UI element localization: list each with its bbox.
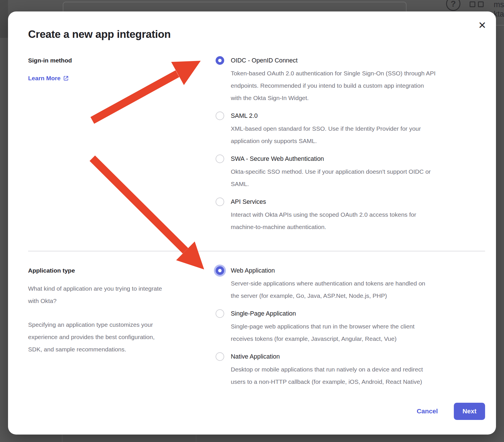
next-button[interactable]: Next	[454, 403, 485, 420]
apptype-option-native[interactable]: Native Application Desktop or mobile app…	[216, 350, 485, 388]
signin-option-saml[interactable]: SAML 2.0 XML-based open standard for SSO…	[216, 109, 485, 147]
radio-unselected-icon[interactable]	[216, 197, 224, 206]
background-vertical-divider	[62, 435, 62, 442]
radio-unselected-icon[interactable]	[216, 352, 224, 361]
radio-unselected-icon[interactable]	[216, 154, 224, 163]
section-divider	[28, 251, 485, 251]
help-icon-glyph: ?	[451, 0, 456, 9]
account-menu-line1: msh	[494, 0, 504, 9]
cancel-button[interactable]: Cancel	[415, 407, 439, 415]
learn-more-link[interactable]: Learn More	[28, 72, 69, 85]
option-label[interactable]: Single-Page Application	[231, 307, 415, 320]
radio-selected-icon[interactable]	[216, 56, 224, 65]
create-app-integration-dialog: ✕ Create a new app integration Sign-in m…	[8, 11, 496, 435]
application-type-heading: Application type	[28, 264, 216, 277]
application-type-options: Web Application Server-side applications…	[216, 264, 485, 388]
radio-selected-icon[interactable]	[216, 266, 224, 275]
application-type-left-column: Application type What kind of applicatio…	[28, 264, 216, 388]
background-sidebar-fragment	[0, 0, 8, 38]
option-label[interactable]: OIDC - OpenID Connect	[231, 54, 435, 67]
option-description: Single-page web applications that run in…	[231, 320, 415, 345]
signin-method-heading: Sign-in method	[28, 54, 216, 67]
external-link-icon	[63, 75, 69, 81]
apps-grid-icon	[470, 1, 484, 7]
option-description: Server-side applications where authentic…	[231, 277, 425, 302]
learn-more-label: Learn More	[28, 72, 60, 85]
option-description: Token-based OAuth 2.0 authentication for…	[231, 67, 435, 104]
application-type-explanation: Specifying an application type customize…	[28, 318, 216, 355]
background-header-divider	[496, 25, 504, 26]
option-description: Interact with Okta APIs using the scoped…	[231, 208, 416, 233]
radio-unselected-icon[interactable]	[216, 309, 224, 318]
option-label[interactable]: API Services	[231, 195, 416, 208]
background-vertical-divider	[196, 435, 196, 442]
signin-option-api-services[interactable]: API Services Interact with Okta APIs usi…	[216, 195, 485, 233]
option-description: Okta-specific SSO method. Use if your ap…	[231, 165, 431, 190]
option-label[interactable]: Web Application	[231, 264, 425, 277]
apptype-option-web[interactable]: Web Application Server-side applications…	[216, 264, 485, 302]
help-icon: ?	[446, 0, 460, 11]
close-icon[interactable]: ✕	[476, 19, 489, 32]
option-description: XML-based open standard for SSO. Use if …	[231, 122, 421, 147]
radio-unselected-icon[interactable]	[216, 112, 224, 120]
application-type-section: Application type What kind of applicatio…	[28, 264, 485, 388]
dialog-title: Create a new app integration	[28, 28, 485, 41]
application-type-question: What kind of application are you trying …	[28, 282, 216, 307]
signin-option-oidc[interactable]: OIDC - OpenID Connect Token-based OAuth …	[216, 54, 485, 104]
signin-method-section: Sign-in method Learn More OIDC - OpenID …	[28, 54, 485, 233]
signin-option-swa[interactable]: SWA - Secure Web Authentication Okta-spe…	[216, 152, 485, 190]
option-label[interactable]: SWA - Secure Web Authentication	[231, 152, 431, 165]
option-label[interactable]: SAML 2.0	[231, 109, 421, 122]
signin-method-left-column: Sign-in method Learn More	[28, 54, 216, 233]
option-label[interactable]: Native Application	[231, 350, 423, 363]
option-description: Desktop or mobile applications that run …	[231, 363, 423, 388]
signin-method-options: OIDC - OpenID Connect Token-based OAuth …	[216, 54, 485, 233]
dialog-footer: Cancel Next	[28, 403, 485, 420]
apptype-option-spa[interactable]: Single-Page Application Single-page web …	[216, 307, 485, 345]
